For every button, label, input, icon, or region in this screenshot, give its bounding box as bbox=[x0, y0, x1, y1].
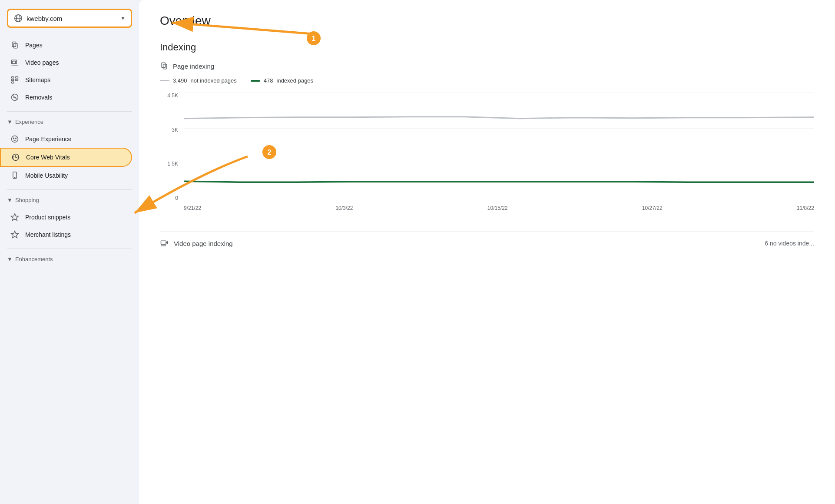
svg-point-21 bbox=[14, 177, 15, 178]
sidebar-item-mobile-usability-label: Mobile Usability bbox=[25, 172, 68, 179]
domain-selector[interactable]: kwebby.com ▼ bbox=[7, 9, 132, 28]
mobile-usability-icon bbox=[10, 171, 19, 180]
x-label-1: 9/21/22 bbox=[184, 205, 201, 211]
globe-icon bbox=[13, 13, 23, 23]
svg-rect-10 bbox=[12, 82, 14, 83]
video-indexing-status: 6 no videos inde... bbox=[765, 240, 814, 247]
svg-rect-4 bbox=[14, 43, 17, 48]
chart-y-labels: 4.5K 3K 1.5K 0 bbox=[160, 93, 182, 201]
x-label-4: 10/27/22 bbox=[642, 205, 663, 211]
sidebar-item-core-web-vitals-label: Core Web Vitals bbox=[26, 154, 70, 161]
svg-rect-3 bbox=[12, 42, 16, 47]
sidebar-item-product-snippets[interactable]: Product snippets bbox=[0, 209, 132, 226]
sidebar-item-product-snippets-label: Product snippets bbox=[25, 214, 70, 221]
svg-rect-6 bbox=[13, 61, 16, 64]
page-title: Overview bbox=[160, 14, 814, 28]
svg-marker-22 bbox=[11, 214, 19, 221]
main-content: Overview Indexing Page indexing 3,490 no… bbox=[139, 0, 835, 504]
x-label-5: 11/8/22 bbox=[797, 205, 814, 211]
legend-green-line bbox=[251, 80, 260, 82]
section-experience-label: Experience bbox=[15, 119, 43, 125]
sidebar-item-sitemaps[interactable]: Sitemaps bbox=[0, 71, 132, 89]
legend-indexed-label: indexed pages bbox=[277, 77, 314, 84]
video-pages-icon bbox=[10, 58, 19, 67]
section-enhancements-label: Enhancements bbox=[15, 256, 53, 262]
sidebar-item-removals[interactable]: Removals bbox=[0, 89, 132, 106]
page-indexing-subtitle: Page indexing bbox=[160, 62, 814, 70]
legend-not-indexed-count: 3,490 bbox=[173, 77, 187, 84]
sidebar-item-sitemaps-label: Sitemaps bbox=[25, 76, 50, 83]
chart-svg bbox=[184, 93, 814, 201]
sidebar-item-page-experience[interactable]: Page Experience bbox=[0, 130, 132, 148]
domain-text: kwebby.com bbox=[27, 15, 117, 22]
legend-gray-line bbox=[160, 80, 169, 81]
video-indexing-label: Video page indexing bbox=[174, 240, 233, 247]
y-label-1.5k: 1.5K bbox=[167, 161, 178, 167]
section-shopping-label: Shopping bbox=[15, 197, 39, 203]
nav-section-experience: Page Experience Core Web Vitals Mobile bbox=[0, 129, 139, 186]
removals-icon bbox=[10, 93, 19, 102]
grid-line-mid bbox=[184, 128, 814, 129]
chart-legend: 3,490 not indexed pages 478 indexed page… bbox=[160, 77, 814, 84]
core-web-vitals-icon bbox=[11, 153, 20, 162]
x-label-3: 10/15/22 bbox=[487, 205, 508, 211]
indexing-chart: 4.5K 3K 1.5K 0 9/21/22 10/3/22 10/15/22 … bbox=[160, 93, 814, 214]
section-experience[interactable]: ▼ Experience bbox=[0, 115, 139, 129]
sidebar-item-pages-label: Pages bbox=[25, 42, 43, 49]
chart-area bbox=[184, 93, 814, 201]
x-label-2: 10/3/22 bbox=[335, 205, 353, 211]
sitemaps-icon bbox=[10, 76, 19, 84]
product-snippets-icon bbox=[10, 213, 19, 222]
sidebar-item-mobile-usability[interactable]: Mobile Usability bbox=[0, 167, 132, 184]
sidebar-item-core-web-vitals[interactable]: Core Web Vitals bbox=[0, 148, 132, 167]
svg-rect-11 bbox=[16, 77, 18, 78]
chart-x-labels: 9/21/22 10/3/22 10/15/22 10/27/22 11/8/2… bbox=[184, 202, 814, 214]
svg-rect-8 bbox=[12, 77, 14, 78]
page-experience-icon bbox=[10, 135, 19, 143]
grid-line-low bbox=[184, 164, 814, 164]
section-enhancements-arrow: ▼ bbox=[7, 256, 13, 262]
sidebar-item-merchant-listings-label: Merchant listings bbox=[25, 231, 71, 238]
y-label-3k: 3K bbox=[172, 127, 178, 133]
section-enhancements[interactable]: ▼ Enhancements bbox=[0, 252, 139, 266]
sidebar-item-video-pages[interactable]: Video pages bbox=[0, 54, 132, 71]
nav-section-indexing: Pages Video pages bbox=[0, 35, 139, 108]
video-indexing-icon bbox=[160, 239, 169, 248]
sidebar-item-page-experience-label: Page Experience bbox=[25, 136, 72, 143]
sidebar: kwebby.com ▼ Pages Video pages bbox=[0, 0, 139, 504]
indexing-title: Indexing bbox=[160, 42, 814, 53]
svg-rect-26 bbox=[161, 241, 166, 244]
sidebar-item-merchant-listings[interactable]: Merchant listings bbox=[0, 226, 132, 243]
svg-rect-9 bbox=[12, 79, 14, 80]
pages-icon bbox=[10, 41, 19, 50]
svg-rect-12 bbox=[16, 79, 18, 80]
svg-point-17 bbox=[13, 138, 14, 139]
svg-rect-25 bbox=[163, 64, 167, 69]
legend-not-indexed: 3,490 not indexed pages bbox=[160, 77, 237, 84]
video-indexing-row: Video page indexing 6 no videos inde... bbox=[160, 232, 814, 255]
svg-marker-23 bbox=[11, 231, 19, 238]
section-experience-arrow: ▼ bbox=[7, 119, 13, 125]
merchant-listings-icon bbox=[10, 230, 19, 239]
grid-line-top bbox=[184, 93, 814, 93]
nav-section-shopping: Product snippets Merchant listings bbox=[0, 207, 139, 245]
page-indexing-icon bbox=[160, 62, 169, 70]
legend-indexed-count: 478 bbox=[264, 77, 273, 84]
svg-point-18 bbox=[16, 138, 17, 139]
divider-1 bbox=[7, 111, 132, 112]
divider-2 bbox=[7, 189, 132, 190]
y-label-0: 0 bbox=[175, 195, 178, 201]
y-label-4.5k: 4.5K bbox=[167, 93, 178, 99]
divider-3 bbox=[7, 249, 132, 249]
legend-not-indexed-label: not indexed pages bbox=[191, 77, 237, 84]
page-indexing-label: Page indexing bbox=[173, 63, 214, 70]
svg-rect-24 bbox=[162, 63, 165, 68]
sidebar-item-video-pages-label: Video pages bbox=[25, 59, 59, 66]
legend-indexed: 478 indexed pages bbox=[251, 77, 313, 84]
section-shopping-arrow: ▼ bbox=[7, 197, 13, 203]
svg-point-16 bbox=[12, 136, 18, 143]
sidebar-item-removals-label: Removals bbox=[25, 94, 52, 101]
sidebar-item-pages[interactable]: Pages bbox=[0, 36, 132, 54]
section-shopping[interactable]: ▼ Shopping bbox=[0, 193, 139, 207]
chevron-down-icon: ▼ bbox=[120, 15, 126, 21]
